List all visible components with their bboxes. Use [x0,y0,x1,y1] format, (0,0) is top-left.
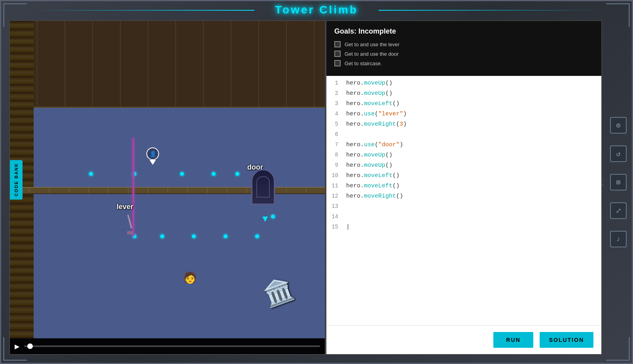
goal-text-door: Get to and use the door [345,51,399,57]
code-line-15[interactable]: 15 [326,223,601,233]
code-line-13[interactable]: 13 [326,202,601,213]
line-number-5: 5 [326,121,346,127]
hero-character: 🧑 [184,270,196,286]
progress-track[interactable] [24,345,320,347]
progress-thumb[interactable] [27,343,33,349]
code-line-9[interactable]: 9hero.moveUp() [326,161,601,172]
editor-footer: RUN SOLUTION [326,325,601,354]
line-number-14: 14 [326,213,346,220]
run-button[interactable]: RUN [493,332,533,348]
line-number-13: 13 [326,203,346,209]
solution-button[interactable]: SOLUTION [540,332,593,348]
line-content-5: hero.moveRight(3) [346,121,601,128]
volume-icon[interactable]: ♪ [610,231,627,247]
code-line-5[interactable]: 5hero.moveRight(3) [326,120,601,130]
goal-checkbox-door[interactable] [334,51,341,57]
line-number-6: 6 [326,131,346,138]
line-number-4: 4 [326,111,346,117]
line-number-11: 11 [326,183,346,189]
line-content-7: hero.use("door") [346,141,601,148]
line-number-8: 8 [326,152,346,158]
code-line-1[interactable]: 1hero.moveUp() [326,79,601,89]
refresh-icon[interactable]: ↺ [610,145,627,162]
resize-icon[interactable]: ⤢ [610,202,627,219]
goals-section: Goals: Incomplete Get to and use the lev… [326,21,601,76]
line-content-12: hero.moveRight() [346,193,601,200]
wall-top [10,21,325,108]
outer-frame: Tower Climb ⚙ ↺ ⊞ ⤢ ♪ ⚔ [0,0,633,364]
code-line-12[interactable]: 12hero.moveRight() [326,192,601,202]
code-line-14[interactable]: 14 [326,213,601,223]
play-button[interactable]: ▶ [15,343,19,350]
goal-text-staircase: Get to staircase. [345,60,382,66]
line-content-2: hero.moveUp() [346,90,601,97]
line-content-8: hero.moveUp() [346,152,601,158]
game-viewport[interactable]: 👤 lever door ▼ 🧑 🏛️ [9,20,326,355]
line-number-3: 3 [326,100,346,107]
goal-checkbox-staircase[interactable] [334,60,341,66]
line-content-15 [346,224,601,230]
line-number-9: 9 [326,162,346,168]
code-line-7[interactable]: 7hero.use("door") [326,141,601,151]
app-title: Tower Climb [275,4,358,16]
line-content-1: hero.moveUp() [346,80,601,87]
door-arrow: ▼ [262,214,268,224]
lever-object [124,215,136,234]
main-content: 👤 lever door ▼ 🧑 🏛️ [9,20,602,355]
goal-checkbox-lever[interactable] [334,41,341,47]
line-content-9: hero.moveUp() [346,162,601,169]
code-line-2[interactable]: 2hero.moveUp() [326,89,601,100]
hero-marker: 👤 [146,147,159,165]
line-content-3: hero.moveLeft() [346,100,601,107]
line-number-2: 2 [326,90,346,96]
title-bar: Tower Climb [1,1,632,19]
line-content-10: hero.moveLeft() [346,172,601,179]
code-line-10[interactable]: 10hero.moveLeft() [326,172,601,182]
code-line-8[interactable]: 8hero.moveUp() [326,151,601,161]
code-line-4[interactable]: 4hero.use("lever") [326,110,601,120]
line-number-15: 15 [326,224,346,230]
map-icon[interactable]: ⊞ [610,174,627,190]
gear-icon[interactable]: ⚙ [610,117,627,134]
playback-bar: ▶ [10,338,325,354]
line-content-4: hero.use("lever") [346,111,601,117]
line-number-12: 12 [326,193,346,199]
code-line-6[interactable]: 6 [326,130,601,141]
line-number-1: 1 [326,80,346,86]
line-number-10: 10 [326,172,346,179]
code-bank-tab[interactable]: CODE BANK [10,160,23,200]
door-object [251,169,275,205]
goal-text-lever: Get to and use the lever [345,41,400,47]
code-bank-label: CODE BANK [14,163,19,196]
game-scene: 👤 lever door ▼ 🧑 🏛️ [10,21,325,338]
right-panel: Goals: Incomplete Get to and use the lev… [326,20,602,355]
right-sidebar: ⚙ ↺ ⊞ ⤢ ♪ [605,1,632,363]
goal-item-staircase: Get to staircase. [334,60,593,66]
line-number-7: 7 [326,141,346,148]
code-editor[interactable]: 1hero.moveUp()2hero.moveUp()3hero.moveLe… [326,76,601,325]
line-content-11: hero.moveLeft() [346,183,601,189]
code-line-3[interactable]: 3hero.moveLeft() [326,100,601,110]
code-line-11[interactable]: 11hero.moveLeft() [326,182,601,192]
platform-mid [10,187,325,194]
lever-label: lever [117,203,133,211]
goals-title: Goals: Incomplete [334,27,593,36]
goal-item-door: Get to and use the door [334,51,593,57]
goal-item-lever: Get to and use the lever [334,41,593,47]
